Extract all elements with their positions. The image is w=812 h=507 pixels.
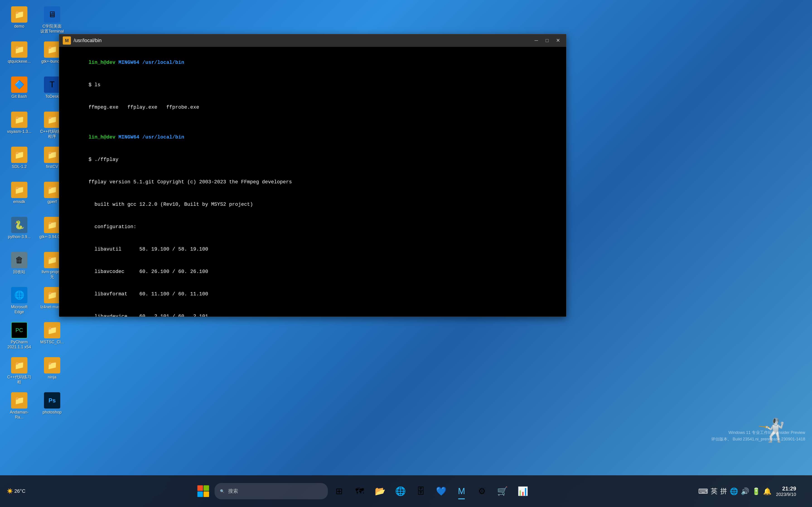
notes-button[interactable]: 📊: [514, 482, 532, 500]
terminal-line-ffplay-cmd: $ ./ffplay: [64, 149, 561, 171]
network-icon[interactable]: 🌐: [730, 487, 738, 495]
desktop-icon-label: ninja: [48, 375, 56, 380]
folder-icon: 📁: [44, 42, 60, 58]
desktop-icon-pycharm[interactable]: PC PyCharm 2021.1.1 x54: [5, 320, 34, 354]
ime-icon[interactable]: 英: [711, 487, 717, 496]
taskbar-center: 🔍 搜索 ⊞ 🗺 📂 🌐 🗄 💙 M: [28, 482, 698, 500]
terminal-line-ls-cmd: $ ls: [64, 74, 561, 96]
svg-rect-3: [203, 491, 209, 497]
desktop-icon-cpp2[interactable]: 📁 C++代码练习程: [5, 355, 34, 389]
weather-icon: ☀️: [7, 488, 13, 494]
folder-icon: 📁: [11, 147, 28, 163]
desktop-icon-label: demo: [14, 24, 24, 29]
terminal-icon: 🖥: [44, 6, 60, 23]
folder-icon: 📁: [11, 42, 28, 58]
build-info-line1: Windows 11 专业工作站版 Insider Preview: [711, 429, 805, 436]
desktop-icon-qtquick[interactable]: 📁 qtquickexe...: [5, 40, 34, 73]
desktop-icon-label: C++代码练习程: [6, 375, 32, 385]
terminal-line-libavdevice: libavdevice 60. 2.101 / 60. 2.101: [64, 305, 561, 317]
desktop-icon-label: ToDesk: [45, 94, 59, 99]
edge-taskbar-icon: 🌐: [395, 486, 406, 496]
desktop-icon-python[interactable]: 🐍 python-3.9...: [5, 215, 34, 249]
svg-rect-2: [197, 491, 203, 497]
folder-icon: 📁: [11, 182, 28, 198]
desktop-icon-emsdk[interactable]: 📁 emsdk: [5, 180, 34, 214]
terminal-line-ls-output: ffmpeg.exe ffplay.exe ffprobe.exe: [64, 96, 561, 119]
terminal-title-text: /usr/local/bin: [73, 38, 532, 44]
desktop-icon-label: photoshop: [43, 410, 62, 415]
battery-icon[interactable]: 🔋: [752, 487, 760, 495]
edge-icon: 🌐: [11, 287, 28, 303]
python-icon: 🐍: [11, 217, 28, 233]
files-icon: 🗄: [416, 487, 425, 496]
desktop-icon-andaman[interactable]: 📁 Andaman-Ra...: [5, 390, 34, 425]
folder-icon: 📁: [44, 252, 60, 268]
folder-icon: 📁: [11, 112, 28, 128]
desktop-icon-demo[interactable]: 📁 demo: [5, 5, 34, 39]
desktop-icon-cterminal[interactable]: 🖥 C学院美面设置Terminal: [37, 5, 67, 39]
desktop-icon-label: Git Bash: [11, 94, 27, 99]
maps-icon: 🗺: [355, 487, 364, 496]
file-explorer-button[interactable]: 📂: [371, 482, 389, 500]
desktop-icon-gitbash[interactable]: 🔷 Git Bash: [5, 75, 34, 109]
desktop-icon-ninja[interactable]: 📁 ninja: [37, 355, 67, 389]
svg-rect-1: [203, 485, 209, 491]
search-icon: 🔍: [220, 489, 224, 494]
desktop-icon-label: emsdk: [13, 200, 25, 205]
volume-icon[interactable]: 🔊: [741, 487, 749, 495]
notification-icon[interactable]: 🔔: [763, 487, 771, 495]
pycharm-icon: PC: [11, 322, 28, 338]
desktop-icon-photoshop[interactable]: Ps photoshop: [37, 390, 67, 425]
desktop-icon-label: gperf: [47, 200, 57, 205]
desktop: 📁 demo 🖥 C学院美面设置Terminal 📁 qtquickexe...…: [0, 0, 812, 475]
maps-button[interactable]: 🗺: [351, 482, 369, 500]
terminal-line-prompt1: lin_h@dev MINGW64 /usr/local/bin: [64, 51, 561, 74]
search-text: 搜索: [228, 488, 238, 495]
terminal-line-ffplay-version: ffplay version 5.1.git Copyright (c) 200…: [64, 171, 561, 193]
desktop-icon-sdl[interactable]: 📁 SDL-1.2: [5, 145, 34, 179]
desktop-icon-vsyasm[interactable]: 📁 vsyasm-1.3...: [5, 110, 34, 144]
task-view-button[interactable]: ⊞: [330, 482, 348, 500]
folder-icon: 📁: [44, 182, 60, 198]
folder-icon: 📁: [44, 357, 60, 374]
settings-icon: ⚙: [478, 486, 486, 496]
store-button[interactable]: 🛒: [493, 482, 511, 500]
terminal-window: M /usr/local/bin ─ □ ✕ lin_h@dev MINGW64…: [59, 34, 566, 317]
close-button[interactable]: ✕: [554, 37, 563, 45]
files-button[interactable]: 🗄: [412, 482, 430, 500]
todesk-icon: T: [44, 76, 60, 93]
desktop-icon-label: C学院美面设置Terminal: [40, 24, 64, 34]
keyboard-icon[interactable]: ⌨: [698, 487, 708, 495]
desktop-icon-label: MSTSC_Cl...: [40, 340, 64, 345]
recycle-icon: 🗑: [11, 252, 28, 268]
terminal-line-built: built with gcc 12.2.0 (Rev10, Built by M…: [64, 193, 561, 216]
settings-button[interactable]: ⚙: [473, 482, 491, 500]
desktop-icon-label: PyCharm 2021.1.1 x54: [6, 340, 32, 349]
desktop-icon-label: qtquickexe...: [8, 59, 31, 64]
terminal-line-blank1: [64, 119, 561, 126]
taskbar-search[interactable]: 🔍 搜索: [214, 483, 328, 499]
start-menu-button[interactable]: [194, 482, 212, 500]
clock-time: 21:29: [776, 486, 796, 492]
system-tray: ⌨ 英 拼 🌐 🔊 🔋 🔔 21:29 2023/9/10: [698, 482, 805, 500]
vscode-button[interactable]: 💙: [432, 482, 450, 500]
terminal-line-libavformat: libavformat 60. 11.100 / 60. 11.100: [64, 283, 561, 305]
clock[interactable]: 21:29 2023/9/10: [776, 486, 796, 497]
desktop-icon-msedge[interactable]: 🌐 Microsoft Edge: [5, 285, 34, 319]
edge-taskbar-button[interactable]: 🌐: [391, 482, 409, 500]
minimize-button[interactable]: ─: [532, 37, 541, 45]
desktop-icon-recycle[interactable]: 🗑 回收站: [5, 250, 34, 284]
desktop-icon-mstsc[interactable]: 📁 MSTSC_Cl...: [37, 320, 67, 354]
maximize-button[interactable]: □: [543, 37, 552, 45]
weather-widget[interactable]: ☀️ 26°C: [7, 488, 26, 494]
file-explorer-icon: 📂: [375, 486, 386, 496]
terminal-taskbar-button[interactable]: M: [452, 482, 470, 500]
task-view-icon: ⊞: [336, 486, 343, 496]
sys-tray-icons: ⌨ 英 拼 🌐 🔊 🔋 🔔: [698, 487, 771, 496]
folder-icon: 📁: [11, 357, 28, 374]
show-desktop-button[interactable]: [801, 482, 805, 500]
ime-pinyin-icon[interactable]: 拼: [720, 487, 727, 496]
svg-rect-0: [197, 485, 203, 491]
folder-icon: 📁: [44, 322, 60, 338]
folder-icon: 📁: [44, 217, 60, 233]
